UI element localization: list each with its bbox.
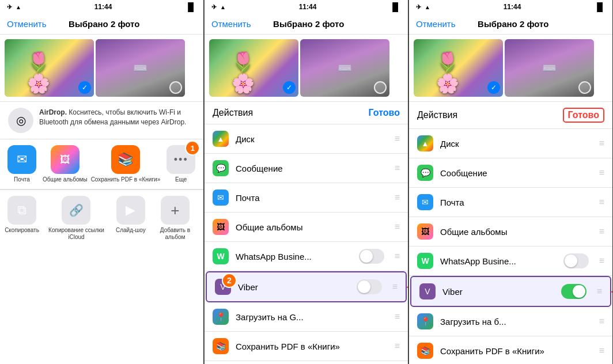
action-icon-slideshow[interactable]: ▶ Слайд-шоу (113, 196, 148, 241)
photos-strip-3: 🌷🌸 ✓ ⌨️ (409, 35, 612, 102)
action-item-whatsapp-2[interactable]: W WhatsApp Busine... ≡ (205, 242, 408, 271)
action-item-message-3[interactable]: 💬 Сообщение ≡ (409, 158, 612, 188)
whatsapp-toggle-knob-3 (565, 255, 577, 267)
phone-panel-1: ✈ ▲ 11:44 ▐▌ Отменить Выбрано 2 фото 🌷🌸 … (0, 0, 204, 364)
books-icon-box: 📚 (111, 145, 140, 174)
action-icon-copy[interactable]: ⧉ Скопировать (5, 196, 39, 241)
whatsapp-name-3: WhatsApp Busine... (440, 256, 557, 266)
shared-reorder-3: ≡ (599, 226, 604, 237)
action-item-mail-3[interactable]: ✉ Почта ≡ (409, 188, 612, 217)
maps-name-3: Загрузить на б... (440, 317, 589, 327)
mail-icon-2: ✉ (213, 189, 229, 206)
cancel-button-3[interactable]: Отменить (416, 19, 456, 29)
add-album-label: Добавить в альбом (152, 227, 199, 241)
status-bar-1: ✈ ▲ 11:44 ▐▌ (0, 0, 203, 14)
airplane-icon: ✈ (7, 3, 12, 11)
copy-icon-box: ⧉ (7, 196, 36, 225)
books-reorder-3: ≡ (599, 346, 604, 356)
add-album-icon-box: + (161, 196, 190, 225)
drive-icon-3: ▲ (417, 135, 433, 151)
books-icon-3: 📚 (417, 343, 433, 359)
whatsapp-toggle-2[interactable] (359, 249, 384, 264)
app-icon-more[interactable]: ••• 1 Еще (164, 145, 198, 183)
photo-thumb-keyboard-1[interactable]: ⌨️ (96, 39, 185, 97)
phone-panel-3: ✈ ▲ 11:44 ▐▌ Отменить Выбрано 2 фото 🌷🌸 … (409, 0, 613, 364)
viber-icon-2: V 2 (215, 279, 231, 295)
app-icon-books[interactable]: 📚 Сохранить PDF в «Книги» (91, 145, 161, 183)
wifi-icon-2: ▲ (220, 4, 226, 10)
airplane-icon-2: ✈ (211, 3, 217, 11)
action-item-whatsapp-3[interactable]: W WhatsApp Busine... ≡ (409, 247, 612, 276)
arrow-indicator-3: ➜ (611, 285, 612, 298)
status-time-3: 11:44 (504, 3, 521, 11)
wifi-icon-3: ▲ (425, 4, 430, 10)
photo-thumb-flowers-1[interactable]: 🌷🌸 ✓ (5, 39, 94, 97)
action-item-mail-2[interactable]: ✉ Почта ≡ (205, 183, 408, 213)
airdrop-section-1[interactable]: ◎ AirDrop. Коснитесь, чтобы включить Wi-… (0, 102, 203, 139)
app-icon-shared-albums[interactable]: 🖼 Общие альбомы (43, 145, 88, 183)
battery-icon: ▐▌ (185, 2, 196, 12)
mail-icon-box: ✉ (7, 145, 36, 174)
message-reorder-2: ≡ (395, 163, 400, 173)
nav-bar-1: Отменить Выбрано 2 фото (0, 14, 203, 35)
mail-label: Почта (14, 176, 30, 183)
drive-name-3: Диск (440, 139, 589, 149)
action-item-books-2[interactable]: 📚 Сохранить PDF в «Книги» ≡ (205, 332, 408, 361)
icloud-label: Копирование ссылки iCloud (43, 227, 110, 241)
viber-icon-3: V (419, 283, 436, 299)
whatsapp-toggle-knob-2 (360, 250, 373, 263)
mail-reorder-2: ≡ (395, 192, 400, 203)
actions-done-2[interactable]: Готово (369, 108, 400, 118)
photo-thumb-flowers-2[interactable]: 🌷🌸 ✓ (209, 39, 298, 97)
action-item-viber-3[interactable]: V Viber ≡ ➜ (410, 276, 611, 307)
action-item-shared-2[interactable]: 🖼 Общие альбомы ≡ (205, 213, 408, 242)
message-icon-2: 💬 (213, 160, 229, 176)
photos-strip-2: 🌷🌸 ✓ ⌨️ (205, 35, 408, 102)
cancel-button-1[interactable]: Отменить (7, 19, 47, 29)
action-icon-icloud[interactable]: 🔗 Копирование ссылки iCloud (43, 196, 110, 241)
actions-header-2: Действия Готово (205, 102, 408, 124)
photo-thumb-keyboard-3[interactable]: ⌨️ (505, 39, 594, 97)
books-label: Сохранить PDF в «Книги» (91, 176, 161, 183)
actions-title-2: Действия (213, 108, 253, 118)
shared-icon-2: 🖼 (213, 219, 229, 235)
action-icon-add-album[interactable]: + Добавить в альбом (152, 196, 199, 241)
shared-albums-label: Общие альбомы (43, 176, 88, 183)
action-item-viber-2[interactable]: V 2 Viber ≡ ➜ (206, 271, 407, 302)
photo-thumb-flowers-3[interactable]: 🌷🌸 ✓ (414, 39, 503, 97)
photo-thumb-keyboard-2[interactable]: ⌨️ (300, 39, 389, 97)
actions-title-3: Действия (417, 110, 457, 120)
drive-reorder-3: ≡ (599, 138, 604, 149)
shared-reorder-2: ≡ (395, 222, 400, 232)
shared-name-3: Общие альбомы (440, 227, 589, 237)
viber-toggle-3[interactable] (561, 284, 586, 299)
nav-title-2: Выбрано 2 фото (273, 19, 344, 29)
copy-label: Скопировать (5, 227, 39, 234)
action-item-drive-3[interactable]: ▲ Диск ≡ (409, 129, 612, 158)
action-item-books-3[interactable]: 📚 Сохранить PDF в «Книги» ≡ (409, 336, 612, 364)
drive-icon-2: ▲ (213, 131, 229, 147)
action-item-message-2[interactable]: 💬 Сообщение ≡ (205, 154, 408, 183)
action-item-maps-2[interactable]: 📍 Загрузить на G... ≡ (205, 302, 408, 332)
cancel-button-2[interactable]: Отменить (211, 19, 251, 29)
mail-reorder-3: ≡ (599, 197, 604, 207)
action-item-maps-3[interactable]: 📍 Загрузить на б... ≡ (409, 307, 612, 336)
shared-icon-3: 🖼 (417, 223, 433, 240)
shared-albums-icon-box: 🖼 (51, 145, 80, 174)
whatsapp-toggle-3[interactable] (563, 253, 589, 268)
nav-title-1: Выбрано 2 фото (69, 19, 139, 29)
action-item-drive-2[interactable]: ▲ Диск ≡ (205, 124, 408, 154)
icloud-icon-box: 🔗 (62, 196, 90, 225)
photo-check-empty-3 (578, 81, 591, 94)
airdrop-text-1: AirDrop. Коснитесь, чтобы включить Wi-Fi… (39, 108, 195, 127)
app-icon-mail[interactable]: ✉ Почта (5, 145, 39, 183)
maps-reorder-3: ≡ (599, 316, 604, 327)
books-name-2: Сохранить PDF в «Книги» (236, 342, 384, 351)
photo-check-2: ✓ (283, 81, 296, 94)
photos-strip-1: 🌷🌸 ✓ ⌨️ (0, 35, 203, 102)
viber-toggle-2[interactable] (357, 279, 382, 294)
action-item-shared-3[interactable]: 🖼 Общие альбомы ≡ (409, 217, 612, 247)
actions-done-3[interactable]: Готово (563, 108, 604, 123)
mail-name-2: Почта (236, 193, 384, 203)
action-icons-row-1: ⧉ Скопировать 🔗 Копирование ссылки iClou… (0, 190, 203, 247)
